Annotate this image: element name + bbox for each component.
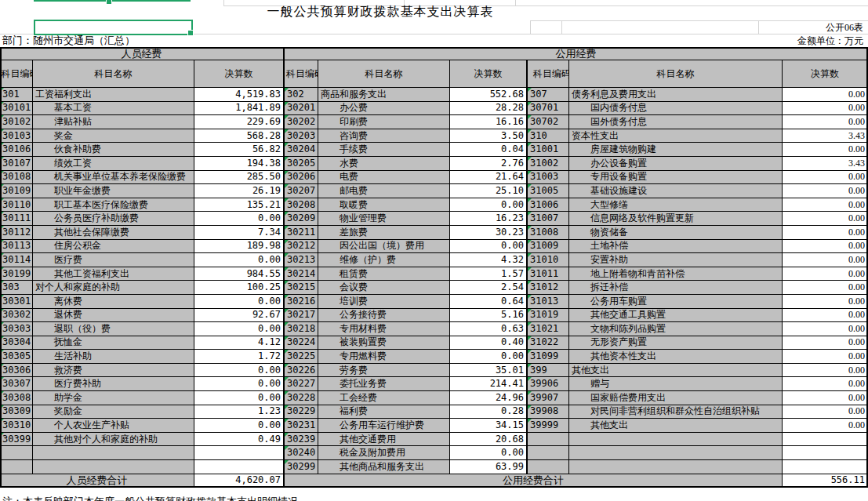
- value-cell[interactable]: 100.25: [194, 281, 285, 295]
- value-cell[interactable]: 0.00: [783, 240, 868, 254]
- code-cell[interactable]: 30309: [0, 405, 33, 419]
- code-cell[interactable]: 30217: [285, 309, 318, 323]
- code-cell[interactable]: 30305: [0, 350, 33, 364]
- value-cell[interactable]: 1.57: [450, 267, 528, 281]
- code-cell[interactable]: [0, 460, 33, 474]
- code-cell[interactable]: 30299: [285, 460, 318, 474]
- total-label-public[interactable]: 公用经费合计: [285, 474, 783, 488]
- value-cell[interactable]: 30.23: [450, 226, 528, 240]
- name-cell[interactable]: 国家赔偿费用支出: [569, 391, 783, 405]
- code-cell[interactable]: 301: [0, 88, 33, 102]
- name-cell[interactable]: 维修（护）费: [318, 253, 450, 267]
- code-cell[interactable]: 30227: [285, 377, 318, 391]
- name-cell[interactable]: 债务利息及费用支出: [569, 88, 783, 102]
- value-cell[interactable]: 5.16: [450, 309, 528, 323]
- value-cell[interactable]: 0.00: [783, 143, 868, 157]
- code-cell[interactable]: 31010: [528, 253, 569, 267]
- value-cell[interactable]: 0.49: [194, 433, 285, 447]
- code-cell[interactable]: 30308: [0, 391, 33, 405]
- name-cell[interactable]: 奖金: [33, 129, 194, 143]
- value-cell[interactable]: 229.69: [194, 115, 285, 129]
- code-cell[interactable]: 30306: [0, 364, 33, 378]
- name-cell[interactable]: 租赁费: [318, 267, 450, 281]
- name-cell[interactable]: 大型修缮: [569, 198, 783, 212]
- name-cell[interactable]: 土地补偿: [569, 240, 783, 254]
- value-cell[interactable]: 0.28: [450, 405, 528, 419]
- name-cell[interactable]: 专用设备购置: [569, 171, 783, 185]
- code-cell[interactable]: 31006: [528, 198, 569, 212]
- name-cell[interactable]: 办公设备购置: [569, 157, 783, 171]
- total-value-personnel[interactable]: 4,620.07: [194, 474, 285, 488]
- value-cell[interactable]: [783, 460, 868, 474]
- value-cell[interactable]: 0.00: [783, 419, 868, 433]
- code-cell[interactable]: 31013: [528, 295, 569, 309]
- column-header[interactable]: 科目编码: [285, 60, 318, 88]
- name-cell[interactable]: 基础设施建设: [569, 184, 783, 198]
- code-cell[interactable]: 30302: [0, 309, 33, 323]
- code-cell[interactable]: [528, 446, 569, 460]
- name-cell[interactable]: 咨询费: [318, 129, 450, 143]
- value-cell[interactable]: 189.98: [194, 240, 285, 254]
- value-cell[interactable]: 0.00: [783, 391, 868, 405]
- name-cell[interactable]: 拆迁补偿: [569, 281, 783, 295]
- code-cell[interactable]: 30208: [285, 198, 318, 212]
- name-cell[interactable]: 离休费: [33, 295, 194, 309]
- report-title[interactable]: 一般公共预算财政拨款基本支出决算表: [0, 4, 761, 20]
- code-cell[interactable]: 30218: [285, 322, 318, 336]
- value-cell[interactable]: 0.00: [194, 295, 285, 309]
- code-cell[interactable]: 39999: [528, 419, 569, 433]
- name-cell[interactable]: 印刷费: [318, 115, 450, 129]
- name-cell[interactable]: 赠与: [569, 377, 783, 391]
- code-cell[interactable]: 31007: [528, 212, 569, 226]
- value-cell[interactable]: 1.72: [194, 350, 285, 364]
- value-cell[interactable]: 4.12: [194, 336, 285, 350]
- value-cell[interactable]: 2.76: [450, 157, 528, 171]
- name-cell[interactable]: 差旅费: [318, 226, 450, 240]
- code-cell[interactable]: 30228: [285, 391, 318, 405]
- value-cell[interactable]: 24.96: [450, 391, 528, 405]
- value-cell[interactable]: 0.00: [783, 184, 868, 198]
- value-cell[interactable]: 0.63: [450, 322, 528, 336]
- name-cell[interactable]: 其他商品和服务支出: [318, 460, 450, 474]
- value-cell[interactable]: 0.00: [783, 102, 868, 116]
- code-cell[interactable]: 30214: [285, 267, 318, 281]
- value-cell[interactable]: 3.50: [450, 129, 528, 143]
- value-cell[interactable]: 0.00: [783, 350, 868, 364]
- value-cell[interactable]: 0.00: [783, 295, 868, 309]
- value-cell[interactable]: 16.23: [450, 212, 528, 226]
- name-cell[interactable]: 无形资产购置: [569, 336, 783, 350]
- column-header[interactable]: 科目名称: [33, 60, 194, 88]
- name-cell[interactable]: 取暖费: [318, 198, 450, 212]
- code-cell[interactable]: 30211: [285, 226, 318, 240]
- name-cell[interactable]: 信息网络及软件购置更新: [569, 212, 783, 226]
- code-cell[interactable]: 31009: [528, 240, 569, 254]
- code-cell[interactable]: 30113: [0, 240, 33, 254]
- column-header[interactable]: 决算数: [450, 60, 528, 88]
- value-cell[interactable]: 568.28: [194, 129, 285, 143]
- code-cell[interactable]: 31011: [528, 267, 569, 281]
- code-cell[interactable]: 31008: [528, 226, 569, 240]
- value-cell[interactable]: 0.40: [450, 336, 528, 350]
- column-header[interactable]: 科目编码: [528, 60, 569, 88]
- code-cell[interactable]: 30240: [285, 446, 318, 460]
- code-cell[interactable]: 302: [285, 88, 318, 102]
- value-cell[interactable]: 0.00: [783, 198, 868, 212]
- name-cell[interactable]: 其他交通工具购置: [569, 309, 783, 323]
- value-cell[interactable]: 1.23: [194, 405, 285, 419]
- name-cell[interactable]: 医疗费补助: [33, 377, 194, 391]
- value-cell[interactable]: 214.41: [450, 377, 528, 391]
- name-cell[interactable]: 被装购置费: [318, 336, 450, 350]
- name-cell[interactable]: 手续费: [318, 143, 450, 157]
- code-cell[interactable]: 30216: [285, 295, 318, 309]
- name-cell[interactable]: 商品和服务支出: [318, 88, 450, 102]
- name-cell[interactable]: 税金及附加费用: [318, 446, 450, 460]
- value-cell[interactable]: 0.00: [450, 198, 528, 212]
- name-cell[interactable]: 助学金: [33, 391, 194, 405]
- code-cell[interactable]: 30106: [0, 143, 33, 157]
- value-cell[interactable]: 0.00: [783, 115, 868, 129]
- code-cell[interactable]: 30702: [528, 115, 569, 129]
- code-cell[interactable]: 30204: [285, 143, 318, 157]
- value-cell[interactable]: 0.00: [783, 226, 868, 240]
- name-cell[interactable]: 文物和陈列品购置: [569, 322, 783, 336]
- value-cell[interactable]: 16.16: [450, 115, 528, 129]
